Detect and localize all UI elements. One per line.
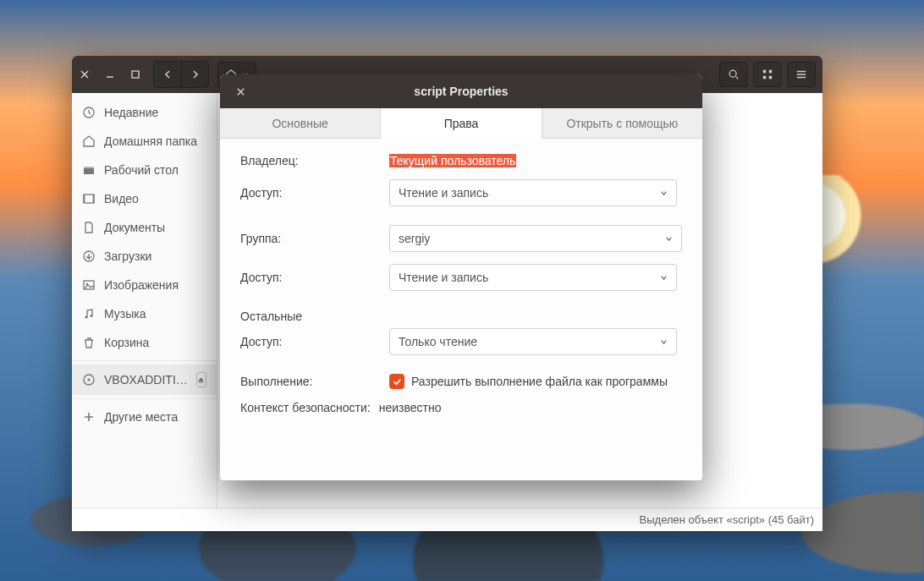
svg-point-1: [729, 70, 736, 77]
owner-access-combo[interactable]: Чтение и запись: [389, 179, 677, 206]
sidebar-item-pictures[interactable]: Изображения: [72, 271, 217, 299]
sidebar-item-label: Корзина: [104, 336, 149, 349]
others-label: Остальные: [240, 310, 389, 323]
status-bar: Выделен объект «script» (45 байт): [72, 507, 822, 531]
sidebar-item-label: Рабочий стол: [104, 163, 179, 177]
dialog-titlebar[interactable]: script Properties: [220, 74, 702, 108]
sidebar-item-trash[interactable]: Корзина: [72, 328, 217, 357]
sidebar-item-recent[interactable]: Недавние: [72, 98, 217, 127]
svg-rect-2: [763, 70, 767, 74]
owner-value: Текущий пользователь: [389, 154, 516, 167]
security-context-label: Контекст безопасности:: [240, 401, 371, 414]
sidebar-item-label: Домашняя папка: [104, 134, 197, 148]
sidebar: Недавние Домашняя папка Рабочий стол Вид…: [72, 93, 217, 507]
exec-checkbox[interactable]: [389, 374, 404, 389]
sidebar-item-label: Недавние: [104, 106, 158, 119]
music-icon: [82, 307, 96, 321]
svg-rect-3: [769, 70, 773, 74]
sidebar-separator: [72, 398, 217, 399]
svg-rect-0: [132, 71, 139, 78]
tab-permissions[interactable]: Права: [380, 108, 541, 138]
document-icon: [82, 221, 96, 234]
svg-rect-7: [84, 168, 94, 174]
group-combo[interactable]: sergiy: [389, 225, 682, 252]
sidebar-item-home[interactable]: Домашняя папка: [72, 127, 217, 156]
hamburger-menu-button[interactable]: [787, 62, 816, 87]
sidebar-item-documents[interactable]: Документы: [72, 213, 217, 242]
sidebar-item-label: Музыка: [104, 307, 146, 321]
group-access-combo[interactable]: Чтение и запись: [389, 264, 677, 291]
nav-group: [153, 61, 209, 88]
chevron-down-icon: [660, 271, 668, 284]
maximize-button[interactable]: [123, 56, 148, 93]
sidebar-item-label: Изображения: [104, 278, 179, 292]
chevron-down-icon: [660, 186, 668, 200]
search-button[interactable]: [719, 62, 748, 87]
close-button[interactable]: [72, 56, 97, 93]
dialog-title: script Properties: [414, 85, 508, 98]
minimize-button[interactable]: [97, 56, 123, 93]
dialog-tabs: Основные Права Открыть с помощью: [220, 108, 702, 139]
download-icon: [82, 249, 96, 263]
view-grid-button[interactable]: [753, 62, 782, 87]
chevron-down-icon: [660, 335, 668, 348]
sidebar-item-label: Документы: [104, 221, 165, 234]
owner-access-label: Доступ:: [240, 186, 389, 200]
exec-checkbox-label[interactable]: Разрешить выполнение файла как программы: [411, 375, 668, 388]
svg-rect-4: [763, 76, 767, 79]
owner-label: Владелец:: [240, 154, 389, 167]
desktop-icon: [82, 163, 96, 177]
trash-icon: [82, 336, 96, 349]
sidebar-item-other[interactable]: Другие места: [72, 403, 217, 431]
security-context-value: неизвестно: [379, 401, 682, 414]
status-text: Выделен объект «script» (45 байт): [640, 513, 814, 526]
back-button[interactable]: [154, 62, 181, 87]
sidebar-item-label: VBOXADDITI…: [104, 373, 188, 386]
tab-basic[interactable]: Основные: [220, 108, 380, 138]
video-icon: [82, 192, 96, 206]
svg-point-16: [88, 379, 91, 381]
eject-button[interactable]: [196, 372, 206, 387]
group-access-label: Доступ:: [240, 271, 389, 284]
sidebar-item-volume[interactable]: VBOXADDITI…: [72, 364, 217, 395]
chevron-down-icon: [665, 232, 673, 245]
others-access-label: Доступ:: [240, 335, 389, 348]
svg-rect-5: [769, 76, 773, 79]
exec-label: Выполнение:: [240, 375, 389, 388]
others-access-combo[interactable]: Только чтение: [389, 328, 677, 355]
tab-openwith[interactable]: Открыть с помощью: [542, 108, 702, 138]
sidebar-separator: [72, 360, 217, 361]
plus-icon: [82, 410, 96, 424]
sidebar-item-label: Видео: [104, 192, 139, 206]
sidebar-item-label: Другие места: [104, 410, 178, 424]
sidebar-item-label: Загрузки: [104, 249, 151, 263]
home-icon: [82, 134, 96, 148]
disc-icon: [82, 373, 96, 386]
dialog-body: Владелец: Текущий пользователь Доступ: Ч…: [220, 139, 702, 441]
dialog-close-button[interactable]: [225, 74, 256, 108]
svg-point-14: [90, 315, 92, 317]
pictures-icon: [82, 278, 96, 292]
svg-point-13: [85, 315, 87, 318]
properties-dialog: script Properties Основные Права Открыть…: [220, 74, 702, 480]
sidebar-item-downloads[interactable]: Загрузки: [72, 242, 217, 271]
sidebar-item-music[interactable]: Музыка: [72, 299, 217, 328]
sidebar-item-desktop[interactable]: Рабочий стол: [72, 156, 217, 184]
svg-rect-8: [84, 167, 94, 168]
forward-button[interactable]: [181, 62, 208, 87]
clock-icon: [82, 106, 96, 119]
group-label: Группа:: [240, 232, 389, 245]
sidebar-item-video[interactable]: Видео: [72, 184, 217, 213]
